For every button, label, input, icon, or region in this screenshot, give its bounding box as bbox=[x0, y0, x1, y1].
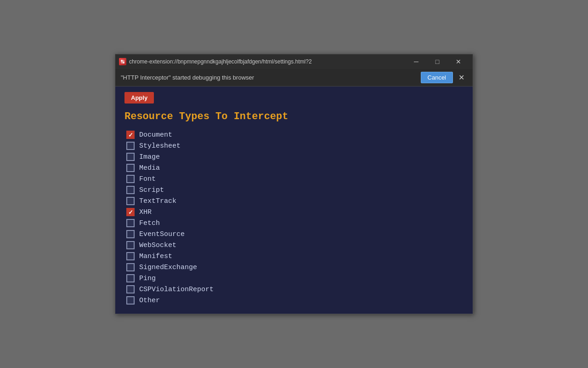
checkbox-websocket[interactable] bbox=[126, 241, 135, 249]
checkbox-manifest[interactable] bbox=[126, 252, 135, 260]
checkbox-stylesheet[interactable] bbox=[126, 142, 135, 150]
checkbox-label-script: Script bbox=[139, 186, 164, 194]
checkbox-label-media: Media bbox=[139, 164, 160, 172]
checkbox-label-stylesheet: Stylesheet bbox=[139, 142, 181, 150]
list-item[interactable]: CSPViolationReport bbox=[126, 285, 464, 293]
title-bar-left: chrome-extension://bnpmnepgnndkgajhljeco… bbox=[119, 58, 312, 65]
extension-icon bbox=[119, 58, 126, 65]
resource-type-list: DocumentStylesheetImageMediaFontScriptTe… bbox=[124, 131, 464, 305]
browser-window: chrome-extension://bnpmnepgnndkgajhljeco… bbox=[115, 54, 473, 314]
checkbox-fetch[interactable] bbox=[126, 219, 135, 227]
window-title: chrome-extension://bnpmnepgnndkgajhljeco… bbox=[129, 58, 312, 65]
close-button[interactable]: ✕ bbox=[448, 54, 469, 69]
checkbox-document[interactable] bbox=[126, 131, 135, 139]
checkbox-label-font: Font bbox=[139, 175, 156, 183]
list-item[interactable]: TextTrack bbox=[126, 197, 464, 205]
checkbox-label-fetch: Fetch bbox=[139, 219, 160, 227]
checkbox-image[interactable] bbox=[126, 153, 135, 161]
checkbox-other[interactable] bbox=[126, 296, 135, 305]
checkbox-label-eventsource: EventSource bbox=[139, 230, 185, 238]
list-item[interactable]: Ping bbox=[126, 274, 464, 282]
list-item[interactable]: Document bbox=[126, 131, 464, 139]
checkbox-label-ping: Ping bbox=[139, 275, 156, 282]
list-item[interactable]: Manifest bbox=[126, 252, 464, 260]
checkbox-ping[interactable] bbox=[126, 274, 135, 282]
checkbox-eventsource[interactable] bbox=[126, 230, 135, 238]
checkbox-label-image: Image bbox=[139, 153, 160, 161]
checkbox-texttrack[interactable] bbox=[126, 197, 135, 205]
svg-rect-0 bbox=[121, 60, 123, 62]
svg-rect-1 bbox=[123, 62, 124, 63]
list-item[interactable]: WebSocket bbox=[126, 241, 464, 249]
maximize-button[interactable]: □ bbox=[427, 54, 448, 69]
list-item[interactable]: Media bbox=[126, 164, 464, 172]
checkbox-label-manifest: Manifest bbox=[139, 253, 172, 260]
window-controls: ─ □ ✕ bbox=[406, 54, 469, 69]
list-item[interactable]: EventSource bbox=[126, 230, 464, 238]
checkbox-media[interactable] bbox=[126, 164, 135, 172]
checkbox-label-signedexchange: SignedExchange bbox=[139, 264, 197, 271]
section-title: Resource Types To Intercept bbox=[124, 111, 464, 122]
list-item[interactable]: Font bbox=[126, 175, 464, 183]
checkbox-font[interactable] bbox=[126, 175, 135, 183]
debug-bar: "HTTP Interceptor" started debugging thi… bbox=[115, 69, 473, 86]
checkbox-label-other: Other bbox=[139, 297, 160, 305]
list-item[interactable]: Image bbox=[126, 153, 464, 161]
checkbox-label-document: Document bbox=[139, 131, 172, 139]
checkbox-cspviolationreport[interactable] bbox=[126, 285, 135, 293]
svg-rect-3 bbox=[121, 62, 123, 63]
debug-message: "HTTP Interceptor" started debugging thi… bbox=[121, 74, 254, 81]
checkbox-label-websocket: WebSocket bbox=[139, 242, 176, 249]
title-bar: chrome-extension://bnpmnepgnndkgajhljeco… bbox=[115, 54, 473, 69]
checkbox-label-texttrack: TextTrack bbox=[139, 197, 176, 205]
debug-close-button[interactable]: ✕ bbox=[456, 72, 467, 83]
list-item[interactable]: Fetch bbox=[126, 219, 464, 227]
list-item[interactable]: XHR bbox=[126, 208, 464, 216]
minimize-button[interactable]: ─ bbox=[406, 54, 427, 69]
apply-button[interactable]: Apply bbox=[124, 92, 154, 104]
list-item[interactable]: Script bbox=[126, 186, 464, 194]
cancel-debug-button[interactable]: Cancel bbox=[421, 72, 453, 83]
svg-rect-2 bbox=[123, 60, 124, 62]
settings-content: Apply Resource Types To Intercept Docume… bbox=[115, 86, 473, 314]
checkbox-script[interactable] bbox=[126, 186, 135, 194]
checkbox-label-xhr: XHR bbox=[139, 208, 152, 216]
checkbox-xhr[interactable] bbox=[126, 208, 135, 216]
checkbox-signedexchange[interactable] bbox=[126, 263, 135, 271]
list-item[interactable]: SignedExchange bbox=[126, 263, 464, 271]
checkbox-label-cspviolationreport: CSPViolationReport bbox=[139, 286, 214, 293]
list-item[interactable]: Stylesheet bbox=[126, 142, 464, 150]
list-item[interactable]: Other bbox=[126, 296, 464, 305]
